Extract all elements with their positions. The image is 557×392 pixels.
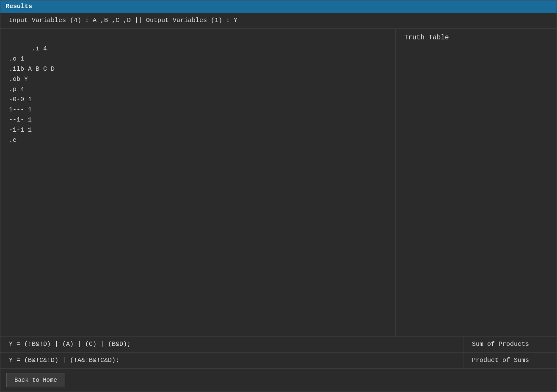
pos-expression: Y = (B&!C&!D) | (!A&!B&!C&D); — [0, 353, 463, 368]
sop-row: Y = (!B&!D) | (A) | (C) | (B&D); Sum of … — [0, 337, 557, 353]
sop-expression: Y = (!B&!D) | (A) | (C) | (B&D); — [0, 337, 463, 352]
window-title: Results — [6, 3, 32, 10]
variables-text: Input Variables (4) : A ,B ,C ,D || Outp… — [9, 17, 237, 24]
pla-code-area: .i 4 .o 1 .ilb A B C D .ob Y .p 4 -0-0 1… — [0, 29, 396, 336]
pos-label: Product of Sums — [463, 353, 557, 368]
sop-label: Sum of Products — [463, 337, 557, 352]
truth-table-area: Truth Table — [396, 29, 557, 336]
variables-bar: Input Variables (4) : A ,B ,C ,D || Outp… — [0, 13, 557, 29]
title-bar: Results — [0, 0, 557, 13]
results-window: Results Input Variables (4) : A ,B ,C ,D… — [0, 0, 557, 392]
back-button-row: Back to Home — [0, 369, 557, 392]
main-content: .i 4 .o 1 .ilb A B C D .ob Y .p 4 -0-0 1… — [0, 29, 557, 336]
bottom-section: Y = (!B&!D) | (A) | (C) | (B&D); Sum of … — [0, 336, 557, 392]
back-to-home-button[interactable]: Back to Home — [6, 373, 65, 387]
pla-code: .i 4 .o 1 .ilb A B C D .ob Y .p 4 -0-0 1… — [9, 45, 55, 144]
truth-table-title: Truth Table — [404, 34, 548, 41]
pos-row: Y = (B&!C&!D) | (!A&!B&!C&D); Product of… — [0, 353, 557, 369]
